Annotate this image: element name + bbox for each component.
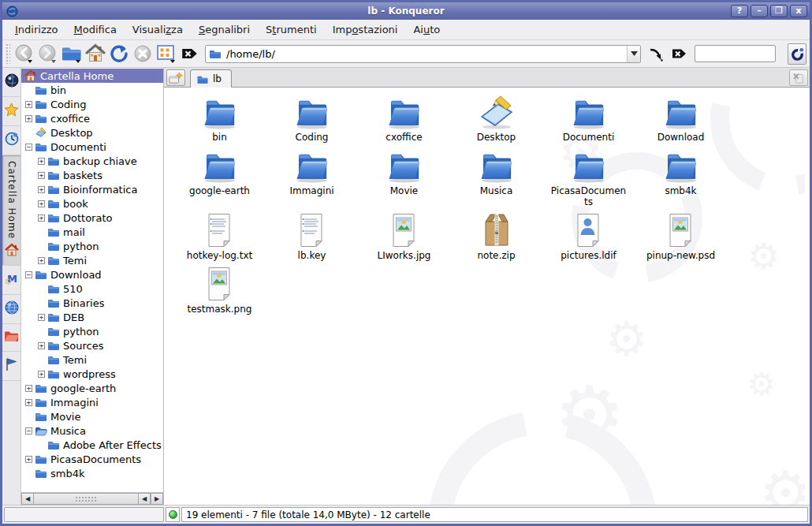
go-button[interactable]	[644, 43, 668, 65]
file-item-smb4k[interactable]: smb4k	[635, 147, 727, 207]
tree-item-documenti[interactable]: −Documenti	[21, 140, 163, 154]
file-item-desktop[interactable]: Desktop	[450, 94, 542, 143]
location-bar[interactable]: /home/lb/	[205, 45, 641, 63]
toolbar-grip[interactable]	[6, 43, 10, 64]
file-item-google-earth[interactable]: google-earth	[173, 147, 266, 207]
file-item-download[interactable]: Download	[635, 94, 727, 143]
menu-aiuto[interactable]: Aiuto	[405, 21, 448, 38]
tree-item-smb4k[interactable]: smb4k	[21, 466, 163, 480]
search-input[interactable]	[695, 45, 776, 62]
menu-modifica[interactable]: Modifica	[66, 21, 125, 38]
home-button[interactable]	[84, 43, 107, 65]
collapse-minus-icon[interactable]: −	[25, 427, 32, 435]
menu-segnalibri[interactable]: Segnalibri	[191, 21, 258, 38]
close-button[interactable]: x	[790, 5, 807, 17]
close-tab-button[interactable]	[789, 69, 808, 86]
tree-item-coding[interactable]: +Coding	[21, 97, 163, 111]
collapse-minus-icon[interactable]: −	[25, 271, 32, 278]
scroll-left-button-2[interactable]: ◀	[138, 493, 151, 505]
expand-plus-icon[interactable]: +	[25, 101, 32, 108]
menu-strumenti[interactable]: Strumenti	[258, 21, 325, 38]
expand-plus-icon[interactable]: +	[38, 186, 45, 193]
expand-plus-icon[interactable]: +	[38, 172, 45, 179]
root-folder-tab[interactable]	[2, 324, 20, 352]
tree-item-picasadocuments[interactable]: +PicasaDocuments	[21, 452, 163, 466]
tree-item-binaries[interactable]: Binaries	[21, 296, 163, 310]
tree-item-wordpress[interactable]: +wordpress	[21, 367, 163, 381]
file-item-hotkey-log-txt[interactable]: hotkey-log.txt	[173, 212, 266, 261]
forward-button[interactable]	[36, 43, 60, 65]
tree-item-mail[interactable]: mail	[21, 225, 163, 239]
clear-location-button[interactable]	[178, 43, 202, 65]
minimize-button[interactable]: –	[751, 5, 768, 17]
expand-plus-icon[interactable]: +	[25, 115, 32, 122]
location-dropdown-button[interactable]	[627, 46, 640, 62]
stop-button[interactable]	[131, 43, 155, 65]
expand-plus-icon[interactable]: +	[38, 314, 45, 321]
file-item-cxoffice[interactable]: cxoffice	[358, 94, 450, 143]
tree-item-desktop[interactable]: Desktop	[21, 125, 163, 140]
expand-plus-icon[interactable]: +	[38, 215, 45, 222]
tree-item-bin[interactable]: bin	[21, 83, 163, 97]
help-button[interactable]: ?	[731, 5, 748, 17]
tree-item-baskets[interactable]: +baskets	[21, 168, 163, 182]
file-item-pinup-new-psd[interactable]: pinup-new.psd	[635, 212, 727, 261]
scroll-left-button[interactable]: ◀	[21, 493, 34, 505]
menu-visualizza[interactable]: Visualizza	[125, 21, 191, 38]
tree-item-temi[interactable]: Temi	[21, 353, 163, 367]
collapse-minus-icon[interactable]: −	[25, 144, 32, 151]
scrollbar-thumb[interactable]	[75, 496, 97, 502]
tree-item-bioinformatica[interactable]: +Bioinformatica	[21, 182, 163, 196]
reload-button[interactable]	[107, 43, 131, 65]
tree-item-cxoffice[interactable]: +cxoffice	[21, 111, 163, 125]
file-item-immagini[interactable]: Immagini	[266, 147, 358, 207]
tree-item-dottorato[interactable]: +Dottorato	[21, 211, 163, 225]
title-bar[interactable]: lb - Konqueror ? – ❒ x	[2, 2, 810, 20]
tree-item-sources[interactable]: +Sources	[21, 338, 163, 353]
expand-plus-icon[interactable]: +	[38, 200, 45, 207]
tree-item-backup-chiave[interactable]: +backup chiave	[21, 154, 163, 168]
view-mode-button[interactable]	[155, 43, 178, 65]
file-item-bin[interactable]: bin	[173, 94, 266, 143]
tree-item-google-earth[interactable]: +google-earth	[21, 381, 163, 395]
metabar-tab[interactable]: M	[2, 266, 20, 295]
new-tab-button[interactable]	[166, 69, 185, 86]
expand-plus-icon[interactable]: +	[25, 385, 32, 392]
throbber-button[interactable]	[788, 43, 806, 65]
tab-lb[interactable]: lb	[190, 69, 232, 88]
maximize-button[interactable]: ❒	[770, 5, 788, 17]
tree-item-musica[interactable]: −Musica	[21, 423, 163, 438]
file-item-lb-key[interactable]: lb.key	[266, 212, 358, 261]
clear-search-button[interactable]	[668, 43, 691, 65]
sidebar-hscrollbar[interactable]: ◀ ◀ ▶	[21, 492, 163, 505]
expand-plus-icon[interactable]: +	[38, 158, 45, 165]
file-item-documenti[interactable]: Documenti	[542, 94, 635, 143]
expand-plus-icon[interactable]: +	[25, 399, 32, 406]
scroll-right-button[interactable]: ▶	[151, 493, 163, 505]
home-folder-tab[interactable]: Cartella Home	[2, 155, 20, 266]
location-input[interactable]: /home/lb/	[226, 48, 627, 60]
tree-item-cartella-home[interactable]: Cartella Home	[21, 69, 163, 83]
file-view[interactable]: ⚙ ⚙ ⚙ ⚙ ⚙ ⚙ bin Coding c	[164, 88, 810, 505]
konqueror-tab[interactable]	[2, 68, 20, 97]
tree-item-510[interactable]: 510	[21, 282, 163, 296]
tree-item-download[interactable]: −Download	[21, 267, 163, 282]
file-item-musica[interactable]: Musica	[450, 147, 542, 207]
file-item-coding[interactable]: Coding	[266, 94, 358, 143]
file-item-picasadocuments[interactable]: PicasaDocuments	[542, 147, 635, 207]
file-item-pictures-ldif[interactable]: pictures.ldif	[542, 212, 635, 261]
expand-plus-icon[interactable]: +	[38, 342, 45, 349]
expand-plus-icon[interactable]: +	[38, 257, 45, 264]
file-item-note-zip[interactable]: note.zip	[450, 212, 542, 261]
tree-item-temi[interactable]: +Temi	[21, 253, 163, 267]
tree-item-python[interactable]: python	[21, 239, 163, 253]
services-tab[interactable]	[2, 352, 20, 381]
tree-item-deb[interactable]: +DEB	[21, 310, 163, 324]
up-button[interactable]	[60, 43, 84, 65]
expand-plus-icon[interactable]: +	[25, 456, 32, 463]
back-button[interactable]	[13, 43, 36, 65]
tree-item-python[interactable]: python	[21, 324, 163, 338]
file-item-movie[interactable]: Movie	[358, 147, 450, 207]
tree-item-book[interactable]: +book	[21, 196, 163, 211]
tree-item-movie[interactable]: Movie	[21, 409, 163, 423]
